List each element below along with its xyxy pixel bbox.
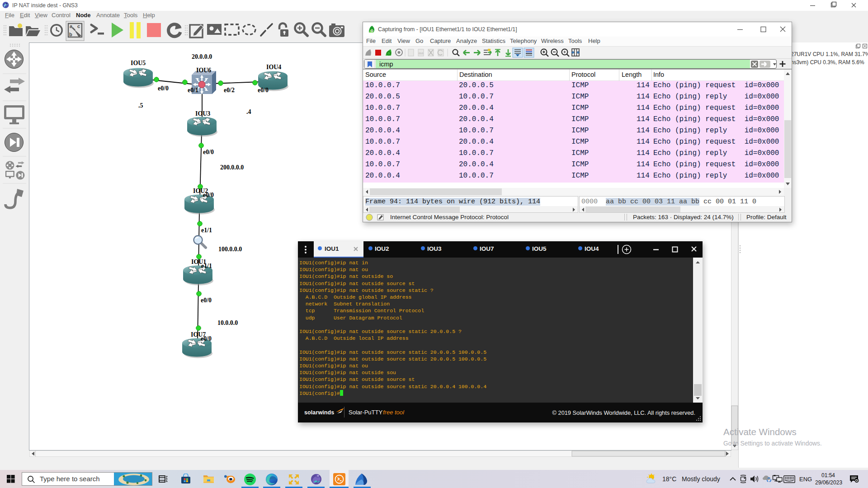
svg-text:c: c — [77, 23, 80, 29]
svg-text:e0/0: e0/0 — [201, 335, 212, 342]
svg-text:e1/1: e1/1 — [201, 263, 212, 269]
svg-text:IOU6: IOU6 — [196, 67, 211, 74]
svg-text:IOU5: IOU5 — [131, 60, 146, 66]
svg-text:e0/0: e0/0 — [203, 149, 214, 155]
svg-text:e0/1: e0/1 — [188, 87, 198, 94]
svg-text:10.0.0.0: 10.0.0.0 — [217, 319, 238, 326]
svg-text:.5: .5 — [138, 102, 143, 109]
svg-text:e0/0: e0/0 — [258, 87, 269, 94]
svg-text:e0/0: e0/0 — [201, 297, 212, 304]
svg-text:IOU3: IOU3 — [195, 110, 210, 117]
svg-text:e0/2: e0/2 — [224, 87, 235, 94]
svg-text:e0/0: e0/0 — [203, 192, 214, 198]
svg-text:200.0.0.0: 200.0.0.0 — [220, 164, 244, 171]
svg-text:20.0.0.0: 20.0.0.0 — [192, 53, 212, 60]
svg-text:IOU4: IOU4 — [266, 64, 281, 70]
svg-text:.4: .4 — [246, 108, 251, 115]
svg-text:e0/0: e0/0 — [158, 85, 169, 92]
svg-text:010: 010 — [419, 52, 424, 55]
svg-text:e1/1: e1/1 — [201, 227, 212, 234]
svg-text:100.0.0.0: 100.0.0.0 — [218, 246, 242, 253]
svg-text:b: b — [69, 32, 72, 37]
